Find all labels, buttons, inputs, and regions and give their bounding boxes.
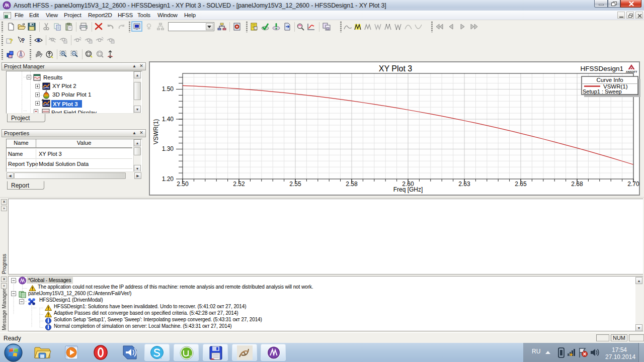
svg-text:1.40: 1.40 xyxy=(162,116,174,123)
svg-text:Adaptive Passes did not conver: Adaptive Passes did not converge based o… xyxy=(54,310,238,316)
svg-text:2.50: 2.50 xyxy=(177,180,189,188)
svg-text:2.58: 2.58 xyxy=(346,180,358,188)
svg-text:VSWR(1): VSWR(1) xyxy=(152,119,159,145)
svg-text:1.30: 1.30 xyxy=(162,145,174,152)
svg-text:HFSSDesign1: HFSSDesign1 xyxy=(580,65,623,72)
svg-text:XY Plot 2: XY Plot 2 xyxy=(52,83,76,89)
svg-text:HFSSDesign1 (DrivenModal): HFSSDesign1 (DrivenModal) xyxy=(39,297,103,303)
svg-text:Port Field Display: Port Field Display xyxy=(51,110,97,113)
svg-text:2.63: 2.63 xyxy=(458,180,470,188)
svg-text:Results: Results xyxy=(43,74,63,80)
svg-text:1.20: 1.20 xyxy=(162,175,174,183)
svg-text:Solution Setup 'Setup1', Sweep: Solution Setup 'Setup1', Sweep 'Sweep': … xyxy=(54,317,262,322)
svg-text:ANSOFT: ANSOFT xyxy=(626,70,637,73)
svg-text:XY Plot 3: XY Plot 3 xyxy=(53,101,78,107)
svg-text:?: ? xyxy=(21,37,25,44)
svg-text:XY Plot 3: XY Plot 3 xyxy=(379,64,413,73)
svg-text:Curve Info: Curve Info xyxy=(596,77,623,83)
svg-text:HFSSDesign1: Solutions have be: HFSSDesign1: Solutions have been invalid… xyxy=(54,304,246,309)
svg-text:2.52: 2.52 xyxy=(233,180,245,188)
svg-text:Setup1 : Sweep: Setup1 : Sweep xyxy=(583,88,622,95)
svg-text:3D Polar Plot 1: 3D Polar Plot 1 xyxy=(52,92,91,98)
svg-text:2.68: 2.68 xyxy=(571,180,583,188)
svg-text:*Global - Messages: *Global - Messages xyxy=(28,278,71,283)
svg-text:Normal completion of simulatio: Normal completion of simulation on serve… xyxy=(54,323,231,329)
svg-text:The application could not reso: The application could not resolve the IP… xyxy=(38,284,313,290)
svg-text:2.55: 2.55 xyxy=(289,180,301,188)
svg-text:Freq [GHz]: Freq [GHz] xyxy=(393,186,423,193)
svg-text:panelJomy15V3_12_2600 (C:/Ante: panelJomy15V3_12_2600 (C:/Antenn/Fail/Ve… xyxy=(28,291,131,296)
svg-text:?: ? xyxy=(9,37,13,44)
svg-text:2.65: 2.65 xyxy=(515,180,527,188)
svg-text:2.70: 2.70 xyxy=(627,180,639,188)
svg-text:1.50: 1.50 xyxy=(162,85,174,93)
